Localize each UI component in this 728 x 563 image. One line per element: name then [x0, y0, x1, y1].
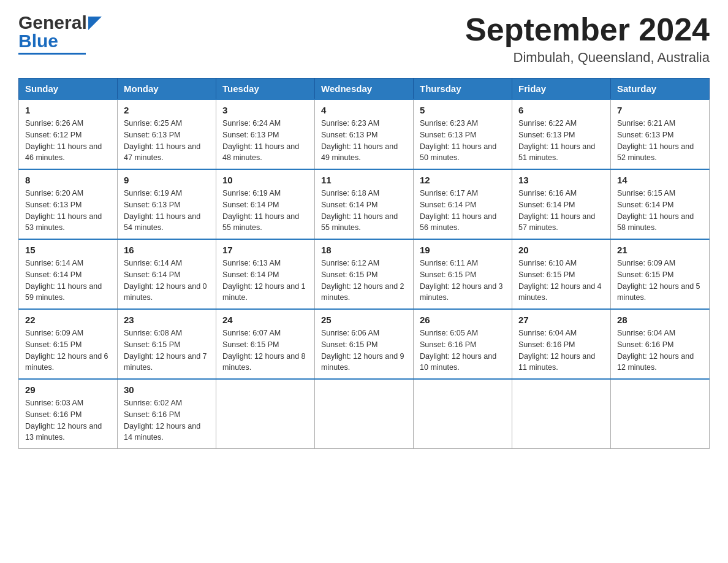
day-info: Sunrise: 6:09 AMSunset: 6:15 PMDaylight:…	[25, 327, 111, 373]
table-row: 25Sunrise: 6:06 AMSunset: 6:15 PMDayligh…	[315, 309, 414, 379]
day-number: 14	[617, 175, 703, 185]
logo-general-text: General	[18, 12, 87, 33]
day-info: Sunrise: 6:04 AMSunset: 6:16 PMDaylight:…	[617, 327, 703, 373]
day-info: Sunrise: 6:23 AMSunset: 6:13 PMDaylight:…	[321, 118, 407, 164]
day-number: 2	[124, 105, 210, 115]
day-info: Sunrise: 6:12 AMSunset: 6:15 PMDaylight:…	[321, 258, 407, 304]
day-number: 1	[25, 105, 111, 115]
day-info: Sunrise: 6:11 AMSunset: 6:15 PMDaylight:…	[420, 258, 506, 304]
day-number: 9	[124, 175, 210, 185]
day-info: Sunrise: 6:20 AMSunset: 6:13 PMDaylight:…	[25, 188, 111, 234]
table-row: 10Sunrise: 6:19 AMSunset: 6:14 PMDayligh…	[216, 169, 315, 239]
day-info: Sunrise: 6:18 AMSunset: 6:14 PMDaylight:…	[321, 188, 407, 234]
table-row: 18Sunrise: 6:12 AMSunset: 6:15 PMDayligh…	[315, 239, 414, 309]
day-number: 7	[617, 105, 703, 115]
day-number: 20	[518, 245, 604, 255]
day-number: 3	[222, 105, 308, 115]
day-number: 17	[222, 245, 308, 255]
day-number: 8	[25, 175, 111, 185]
day-number: 16	[124, 245, 210, 255]
day-info: Sunrise: 6:07 AMSunset: 6:15 PMDaylight:…	[222, 327, 308, 373]
header-tuesday: Tuesday	[216, 79, 315, 100]
calendar-week-row: 29Sunrise: 6:03 AMSunset: 6:16 PMDayligh…	[19, 379, 710, 449]
day-number: 15	[25, 245, 111, 255]
calendar-week-row: 22Sunrise: 6:09 AMSunset: 6:15 PMDayligh…	[19, 309, 710, 379]
day-info: Sunrise: 6:23 AMSunset: 6:13 PMDaylight:…	[420, 118, 506, 164]
weekday-header-row: Sunday Monday Tuesday Wednesday Thursday…	[19, 79, 710, 100]
table-row: 4Sunrise: 6:23 AMSunset: 6:13 PMDaylight…	[315, 99, 414, 169]
month-title: September 2024	[465, 12, 710, 47]
table-row: 19Sunrise: 6:11 AMSunset: 6:15 PMDayligh…	[414, 239, 512, 309]
day-info: Sunrise: 6:16 AMSunset: 6:14 PMDaylight:…	[518, 188, 604, 234]
day-number: 27	[518, 315, 604, 325]
day-info: Sunrise: 6:09 AMSunset: 6:15 PMDaylight:…	[617, 258, 703, 304]
day-info: Sunrise: 6:10 AMSunset: 6:15 PMDaylight:…	[518, 258, 604, 304]
day-number: 12	[420, 175, 506, 185]
header-monday: Monday	[118, 79, 216, 100]
header-saturday: Saturday	[611, 79, 710, 100]
table-row: 20Sunrise: 6:10 AMSunset: 6:15 PMDayligh…	[512, 239, 611, 309]
day-info: Sunrise: 6:02 AMSunset: 6:16 PMDaylight:…	[124, 397, 210, 443]
table-row: 24Sunrise: 6:07 AMSunset: 6:15 PMDayligh…	[216, 309, 315, 379]
table-row: 1Sunrise: 6:26 AMSunset: 6:12 PMDaylight…	[19, 99, 118, 169]
svg-marker-0	[88, 17, 102, 30]
day-info: Sunrise: 6:14 AMSunset: 6:14 PMDaylight:…	[124, 258, 210, 304]
table-row	[611, 379, 710, 449]
table-row: 15Sunrise: 6:14 AMSunset: 6:14 PMDayligh…	[19, 239, 118, 309]
logo-arrow-icon	[88, 17, 102, 30]
header-wednesday: Wednesday	[315, 79, 414, 100]
page-header: General Blue September 2024 Dimbulah, Qu…	[18, 12, 710, 66]
table-row	[315, 379, 414, 449]
day-info: Sunrise: 6:21 AMSunset: 6:13 PMDaylight:…	[617, 118, 703, 164]
table-row: 12Sunrise: 6:17 AMSunset: 6:14 PMDayligh…	[414, 169, 512, 239]
table-row: 16Sunrise: 6:14 AMSunset: 6:14 PMDayligh…	[118, 239, 216, 309]
table-row: 5Sunrise: 6:23 AMSunset: 6:13 PMDaylight…	[414, 99, 512, 169]
logo: General Blue	[18, 12, 102, 55]
header-friday: Friday	[512, 79, 611, 100]
day-info: Sunrise: 6:19 AMSunset: 6:13 PMDaylight:…	[124, 188, 210, 234]
day-info: Sunrise: 6:13 AMSunset: 6:14 PMDaylight:…	[222, 258, 308, 304]
day-number: 13	[518, 175, 604, 185]
day-info: Sunrise: 6:25 AMSunset: 6:13 PMDaylight:…	[124, 118, 210, 164]
day-info: Sunrise: 6:08 AMSunset: 6:15 PMDaylight:…	[124, 327, 210, 373]
calendar-table: Sunday Monday Tuesday Wednesday Thursday…	[18, 78, 710, 449]
day-number: 19	[420, 245, 506, 255]
header-thursday: Thursday	[414, 79, 512, 100]
table-row: 3Sunrise: 6:24 AMSunset: 6:13 PMDaylight…	[216, 99, 315, 169]
table-row: 27Sunrise: 6:04 AMSunset: 6:16 PMDayligh…	[512, 309, 611, 379]
table-row: 8Sunrise: 6:20 AMSunset: 6:13 PMDaylight…	[19, 169, 118, 239]
table-row: 30Sunrise: 6:02 AMSunset: 6:16 PMDayligh…	[118, 379, 216, 449]
calendar-week-row: 1Sunrise: 6:26 AMSunset: 6:12 PMDaylight…	[19, 99, 710, 169]
table-row: 26Sunrise: 6:05 AMSunset: 6:16 PMDayligh…	[414, 309, 512, 379]
day-info: Sunrise: 6:15 AMSunset: 6:14 PMDaylight:…	[617, 188, 703, 234]
table-row: 14Sunrise: 6:15 AMSunset: 6:14 PMDayligh…	[611, 169, 710, 239]
table-row: 7Sunrise: 6:21 AMSunset: 6:13 PMDaylight…	[611, 99, 710, 169]
table-row: 13Sunrise: 6:16 AMSunset: 6:14 PMDayligh…	[512, 169, 611, 239]
day-info: Sunrise: 6:19 AMSunset: 6:14 PMDaylight:…	[222, 188, 308, 234]
day-number: 4	[321, 105, 407, 115]
table-row: 29Sunrise: 6:03 AMSunset: 6:16 PMDayligh…	[19, 379, 118, 449]
day-number: 6	[518, 105, 604, 115]
day-info: Sunrise: 6:06 AMSunset: 6:15 PMDaylight:…	[321, 327, 407, 373]
table-row: 21Sunrise: 6:09 AMSunset: 6:15 PMDayligh…	[611, 239, 710, 309]
day-info: Sunrise: 6:03 AMSunset: 6:16 PMDaylight:…	[25, 397, 111, 443]
day-number: 25	[321, 315, 407, 325]
day-number: 21	[617, 245, 703, 255]
day-info: Sunrise: 6:26 AMSunset: 6:12 PMDaylight:…	[25, 118, 111, 164]
day-number: 26	[420, 315, 506, 325]
day-number: 23	[124, 315, 210, 325]
day-number: 24	[222, 315, 308, 325]
day-number: 29	[25, 385, 111, 395]
day-number: 30	[124, 385, 210, 395]
table-row: 23Sunrise: 6:08 AMSunset: 6:15 PMDayligh…	[118, 309, 216, 379]
table-row	[414, 379, 512, 449]
day-number: 5	[420, 105, 506, 115]
day-info: Sunrise: 6:05 AMSunset: 6:16 PMDaylight:…	[420, 327, 506, 373]
day-number: 10	[222, 175, 308, 185]
table-row	[512, 379, 611, 449]
day-number: 11	[321, 175, 407, 185]
day-info: Sunrise: 6:14 AMSunset: 6:14 PMDaylight:…	[25, 258, 111, 304]
location-title: Dimbulah, Queensland, Australia	[465, 50, 710, 66]
title-block: September 2024 Dimbulah, Queensland, Aus…	[465, 12, 710, 66]
calendar-week-row: 8Sunrise: 6:20 AMSunset: 6:13 PMDaylight…	[19, 169, 710, 239]
